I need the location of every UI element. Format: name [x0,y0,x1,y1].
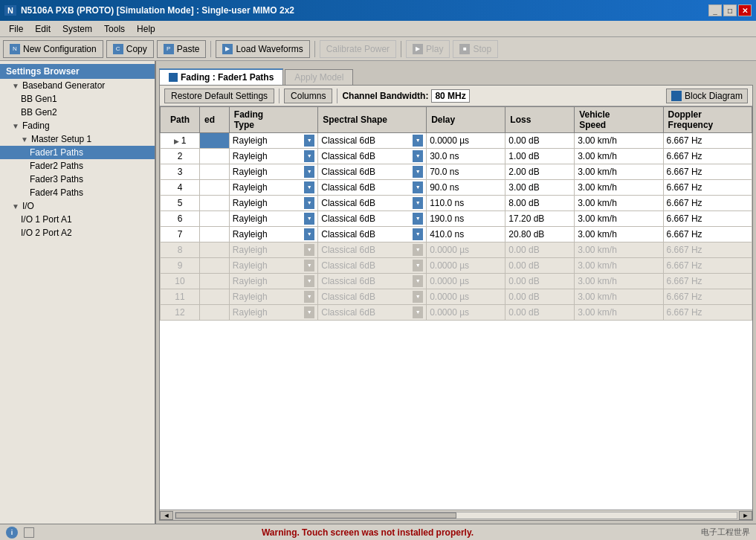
sidebar-item-io2[interactable]: I/O 2 Port A2 [0,226,155,240]
cell-delay[interactable]: 0.0000 µs [427,258,505,274]
cell-loss[interactable]: 0.00 dB [505,133,575,149]
sidebar-item-baseband-generator[interactable]: ▼ Baseband Generator [0,79,155,92]
cell-fading-type[interactable]: Rayleigh▼ [229,289,317,305]
tab-apply-model[interactable]: Apply Model [285,69,353,85]
cell-doppler-frequency[interactable]: 6.667 Hz [663,164,752,180]
cell-loss[interactable]: 0.00 dB [505,242,575,258]
cell-loss[interactable]: 0.00 dB [505,289,575,305]
cell-fading-type[interactable]: Rayleigh▼ [229,180,317,196]
cell-delay[interactable]: 0.0000 µs [427,274,505,289]
paste-button[interactable]: P Paste [157,40,207,58]
stop-button[interactable]: ■ Stop [453,40,498,58]
cell-spectral-shape[interactable]: Classical 6dB▼ [318,196,427,211]
cell-spectral-shape[interactable]: Classical 6dB▼ [318,274,427,289]
cell-fading-type[interactable]: Rayleigh▼ [229,211,317,227]
sidebar-item-bb-gen2[interactable]: BB Gen2 [0,106,155,119]
cell-spectral-shape[interactable]: Classical 6dB▼ [318,289,427,305]
cell-vehicle-speed[interactable]: 3.00 km/h [575,242,663,258]
cell-vehicle-speed[interactable]: 3.00 km/h [575,133,663,149]
scroll-right-button[interactable]: ► [739,511,752,520]
cell-fading-type[interactable]: Rayleigh▼ [229,149,317,164]
sidebar-item-io[interactable]: ▼ I/O [0,199,155,213]
cell-fading-type[interactable]: Rayleigh▼ [229,227,317,242]
status-expand-button[interactable] [24,527,34,538]
maximize-button[interactable]: □ [723,4,737,16]
cell-vehicle-speed[interactable]: 3.00 km/h [575,258,663,274]
sidebar-item-bb-gen1[interactable]: BB Gen1 [0,92,155,106]
cell-loss[interactable]: 20.80 dB [505,227,575,242]
cell-delay[interactable]: 90.0 ns [427,180,505,196]
cell-fading-type[interactable]: Rayleigh▼ [229,133,317,149]
tab-fading[interactable]: Fading : Fader1 Paths [159,68,283,85]
menu-edit[interactable]: Edit [29,22,56,36]
cell-loss[interactable]: 0.00 dB [505,258,575,274]
cell-doppler-frequency[interactable]: 6.667 Hz [663,149,752,164]
menu-file[interactable]: File [3,22,29,36]
cell-vehicle-speed[interactable]: 3.00 km/h [575,227,663,242]
sidebar-item-fader1[interactable]: Fader1 Paths [0,146,155,159]
scroll-thumb[interactable] [175,512,456,518]
load-waveforms-button[interactable]: ▶ Load Waveforms [216,40,309,58]
cell-loss[interactable]: 1.00 dB [505,149,575,164]
cell-delay[interactable]: 0.0000 µs [427,305,505,321]
restore-default-button[interactable]: Restore Default Settings [164,89,274,103]
cell-delay[interactable]: 0.0000 µs [427,242,505,258]
sidebar-item-fader4[interactable]: Fader4 Paths [0,186,155,199]
sidebar-item-io1[interactable]: I/O 1 Port A1 [0,213,155,226]
cell-vehicle-speed[interactable]: 3.00 km/h [575,149,663,164]
cell-spectral-shape[interactable]: Classical 6dB▼ [318,133,427,149]
menu-system[interactable]: System [56,22,98,36]
cell-vehicle-speed[interactable]: 3.00 km/h [575,211,663,227]
cell-doppler-frequency[interactable]: 6.667 Hz [663,227,752,242]
sidebar-item-fading[interactable]: ▼ Fading [0,119,155,132]
cell-fading-type[interactable]: Rayleigh▼ [229,258,317,274]
cell-doppler-frequency[interactable]: 6.667 Hz [663,289,752,305]
columns-button[interactable]: Columns [284,89,332,103]
cell-spectral-shape[interactable]: Classical 6dB▼ [318,227,427,242]
cell-vehicle-speed[interactable]: 3.00 km/h [575,180,663,196]
calibrate-power-button[interactable]: Calibrate Power [320,40,396,58]
cell-delay[interactable]: 0.0000 µs [427,133,505,149]
cell-doppler-frequency[interactable]: 6.667 Hz [663,274,752,289]
cell-loss[interactable]: 3.00 dB [505,180,575,196]
cell-loss[interactable]: 2.00 dB [505,164,575,180]
cell-vehicle-speed[interactable]: 3.00 km/h [575,196,663,211]
cell-delay[interactable]: 0.0000 µs [427,289,505,305]
menu-help[interactable]: Help [131,22,161,36]
new-config-button[interactable]: N New Configuration [3,40,103,58]
sidebar-item-fader3[interactable]: Fader3 Paths [0,173,155,186]
cell-spectral-shape[interactable]: Classical 6dB▼ [318,242,427,258]
cell-fading-type[interactable]: Rayleigh▼ [229,242,317,258]
cell-doppler-frequency[interactable]: 6.667 Hz [663,196,752,211]
cell-spectral-shape[interactable]: Classical 6dB▼ [318,211,427,227]
minimize-button[interactable]: _ [708,4,722,16]
block-diagram-button[interactable]: Block Diagram [666,89,748,103]
cell-vehicle-speed[interactable]: 3.00 km/h [575,305,663,321]
cell-doppler-frequency[interactable]: 6.667 Hz [663,305,752,321]
cell-delay[interactable]: 70.0 ns [427,164,505,180]
cell-fading-type[interactable]: Rayleigh▼ [229,274,317,289]
cell-delay[interactable]: 190.0 ns [427,211,505,227]
cell-loss[interactable]: 17.20 dB [505,211,575,227]
cell-vehicle-speed[interactable]: 3.00 km/h [575,289,663,305]
cell-fading-type[interactable]: Rayleigh▼ [229,164,317,180]
menu-tools[interactable]: Tools [98,22,131,36]
cell-delay[interactable]: 30.0 ns [427,149,505,164]
cell-spectral-shape[interactable]: Classical 6dB▼ [318,180,427,196]
cell-doppler-frequency[interactable]: 6.667 Hz [663,180,752,196]
cell-spectral-shape[interactable]: Classical 6dB▼ [318,305,427,321]
cell-spectral-shape[interactable]: Classical 6dB▼ [318,149,427,164]
scroll-left-button[interactable]: ◄ [160,511,173,520]
cell-vehicle-speed[interactable]: 3.00 km/h [575,274,663,289]
cell-doppler-frequency[interactable]: 6.667 Hz [663,242,752,258]
cell-fading-type[interactable]: Rayleigh▼ [229,196,317,211]
cell-spectral-shape[interactable]: Classical 6dB▼ [318,164,427,180]
cell-fading-type[interactable]: Rayleigh▼ [229,305,317,321]
sidebar-item-master-setup[interactable]: ▼ Master Setup 1 [0,132,155,146]
horizontal-scrollbar[interactable]: ◄ ► [160,510,752,520]
sidebar-item-fader2[interactable]: Fader2 Paths [0,159,155,173]
cell-vehicle-speed[interactable]: 3.00 km/h [575,164,663,180]
cell-delay[interactable]: 410.0 ns [427,227,505,242]
cell-doppler-frequency[interactable]: 6.667 Hz [663,211,752,227]
cell-loss[interactable]: 0.00 dB [505,274,575,289]
